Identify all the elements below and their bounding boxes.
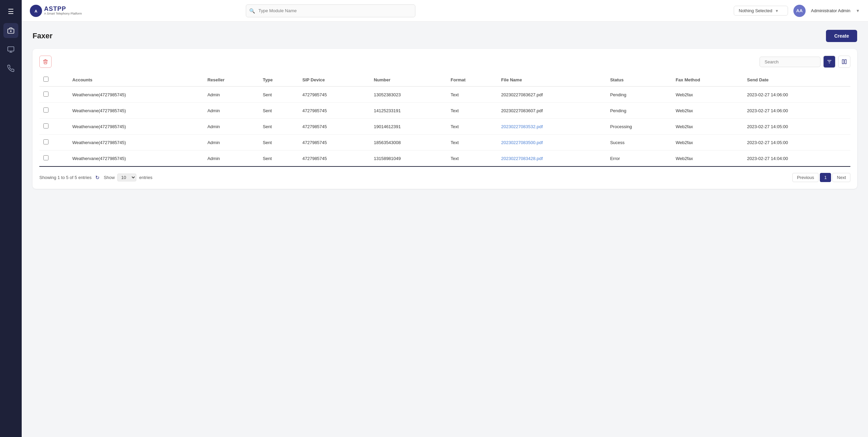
page-1-button[interactable]: 1 [820,173,831,182]
previous-button[interactable]: Previous [792,173,818,182]
row-checkbox-3[interactable] [43,139,48,144]
table-row: Weathervane(4727985745)AdminSent47279857… [39,86,850,103]
svg-rect-11 [842,60,844,64]
cell-file-name[interactable]: 20230227083500.pdf [497,135,606,151]
cell-type: Sent [259,151,298,167]
cell-number: 18563543008 [370,135,447,151]
cell-reseller: Admin [203,103,259,119]
cell-sip-device: 4727985745 [298,151,370,167]
cell-account: Weathervane(4727985745) [68,103,203,119]
select-all-checkbox[interactable] [43,77,48,82]
cell-format: Text [447,135,497,151]
cell-fax-method: Web2fax [672,151,743,167]
fax-table: Accounts Reseller Type SIP Device Number… [39,73,850,167]
svg-rect-3 [8,47,14,51]
next-button[interactable]: Next [832,173,850,182]
cell-type: Sent [259,86,298,103]
show-entries-select[interactable]: 102550100 [117,174,136,181]
cell-account: Weathervane(4727985745) [68,119,203,135]
cell-status: Pending [606,86,671,103]
cell-account: Weathervane(4727985745) [68,135,203,151]
cell-format: Text [447,119,497,135]
col-reseller: Reseller [203,73,259,86]
logo-astpp-text: ASTPP [44,6,82,13]
cell-send-date: 2023-02-27 14:05:00 [743,119,850,135]
col-number: Number [370,73,447,86]
logo: A ASTPP A Smart Telephony Platform [30,5,82,17]
col-accounts: Accounts [68,73,203,86]
table-card: Accounts Reseller Type SIP Device Number… [33,49,857,189]
refresh-icon[interactable]: ↻ [94,174,101,181]
col-status: Status [606,73,671,86]
col-fax-method: Fax Method [672,73,743,86]
table-row: Weathervane(4727985745)AdminSent47279857… [39,135,850,151]
row-checkbox-1[interactable] [43,107,48,113]
table-row: Weathervane(4727985745)AdminSent47279857… [39,151,850,167]
nothing-selected-dropdown[interactable]: Nothing Selected ▼ [734,6,788,16]
sidebar: ☰ [0,0,22,437]
cell-file-name[interactable]: 20230227083532.pdf [497,119,606,135]
cell-file-name[interactable]: 20230227083428.pdf [497,151,606,167]
cell-account: Weathervane(4727985745) [68,86,203,103]
row-checkbox-4[interactable] [43,155,48,160]
topbar-right: Nothing Selected ▼ AA Administrator Admi… [734,5,860,17]
cell-send-date: 2023-02-27 14:04:00 [743,151,850,167]
user-chevron-icon: ▼ [856,8,860,13]
cell-file-name-link[interactable]: 20230227083532.pdf [501,124,543,129]
svg-text:A: A [35,8,38,13]
logo-sub-text: A Smart Telephony Platform [44,12,82,16]
sidebar-menu-toggle[interactable]: ☰ [0,4,22,19]
cell-file-name-link[interactable]: 20230227083428.pdf [501,156,543,161]
cell-reseller: Admin [203,86,259,103]
module-search-bar: 🔍 [246,4,415,17]
cell-file-name: 20230227083607.pdf [497,103,606,119]
col-send-date: Send Date [743,73,850,86]
cell-reseller: Admin [203,151,259,167]
filter-icon-button[interactable] [823,56,835,68]
cell-status: Error [606,151,671,167]
cell-number: 13052383023 [370,86,447,103]
entries-label: entries [139,175,152,180]
delete-button[interactable] [39,56,52,68]
sidebar-item-fax[interactable] [3,23,18,38]
chevron-down-icon: ▼ [775,9,779,13]
sidebar-item-phone[interactable] [3,61,18,76]
cell-format: Text [447,103,497,119]
cell-format: Text [447,151,497,167]
logo-area: A ASTPP A Smart Telephony Platform [30,5,84,17]
toolbar-right [760,56,850,68]
cell-file-name-link[interactable]: 20230227083500.pdf [501,140,543,145]
cell-fax-method: Web2fax [672,86,743,103]
table-search-input[interactable] [760,57,821,67]
showing-text: Showing 1 to 5 of 5 entries [39,175,92,180]
module-search-icon: 🔍 [249,8,255,14]
topbar: A ASTPP A Smart Telephony Platform 🔍 Not… [22,0,868,22]
sidebar-item-screen[interactable] [3,42,18,57]
columns-icon-button[interactable] [838,56,850,68]
nothing-selected-label: Nothing Selected [739,8,772,13]
cell-fax-method: Web2fax [672,135,743,151]
col-sip-device: SIP Device [298,73,370,86]
svg-rect-12 [845,60,846,64]
row-checkbox-2[interactable] [43,123,48,128]
cell-sip-device: 4727985745 [298,86,370,103]
cell-file-name: 20230227083627.pdf [497,86,606,103]
cell-sip-device: 4727985745 [298,119,370,135]
create-button[interactable]: Create [826,30,857,42]
cell-status: Pending [606,103,671,119]
table-toolbar [39,56,850,68]
cell-send-date: 2023-02-27 14:06:00 [743,86,850,103]
col-checkbox [39,73,68,86]
col-type: Type [259,73,298,86]
cell-fax-method: Web2fax [672,119,743,135]
cell-sip-device: 4727985745 [298,135,370,151]
pagination-area: Showing 1 to 5 of 5 entries ↻ Show 10255… [39,173,850,182]
show-label: Show [104,175,115,180]
cell-number: 14125233191 [370,103,447,119]
cell-account: Weathervane(4727985745) [68,151,203,167]
cell-fax-method: Web2fax [672,103,743,119]
pagination-controls: Previous 1 Next [792,173,850,182]
cell-status: Processing [606,119,671,135]
module-search-input[interactable] [246,4,415,17]
row-checkbox-0[interactable] [43,92,48,97]
